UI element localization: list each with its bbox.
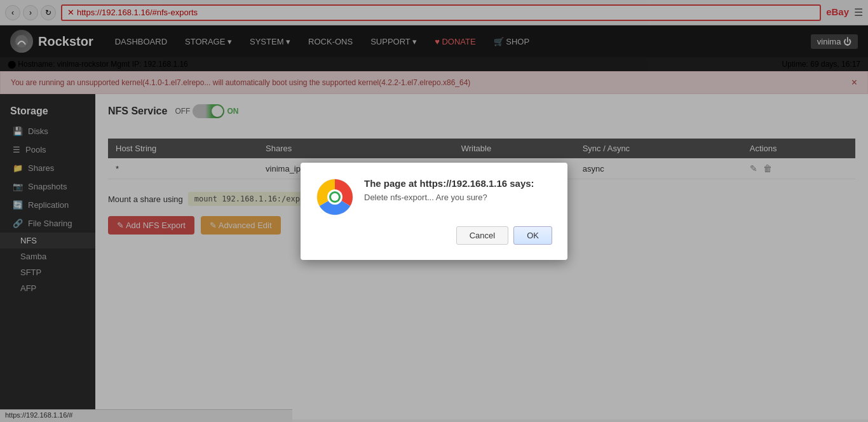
chrome-logo-icon — [316, 178, 354, 216]
modal-title: The page at https://192.168.1.16 says: — [364, 178, 534, 189]
modal-cancel-button[interactable]: Cancel — [456, 226, 508, 245]
modal-text: The page at https://192.168.1.16 says: D… — [364, 178, 534, 202]
modal-header: The page at https://192.168.1.16 says: D… — [316, 178, 552, 216]
modal-message: Delete nfs-export... Are you sure? — [364, 193, 534, 202]
svg-point-4 — [331, 193, 339, 201]
modal-ok-button[interactable]: OK — [513, 226, 552, 245]
modal-overlay: The page at https://192.168.1.16 says: D… — [0, 0, 868, 419]
modal-dialog: The page at https://192.168.1.16 says: D… — [301, 163, 567, 260]
modal-buttons: Cancel OK — [316, 226, 552, 245]
